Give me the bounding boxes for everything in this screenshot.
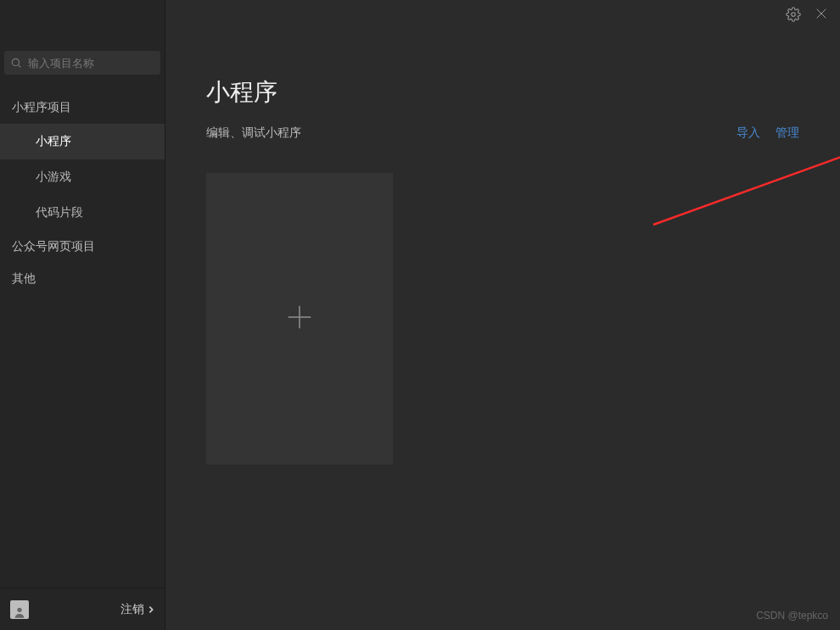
- svg-point-2: [17, 607, 21, 611]
- nav-item-miniprogram[interactable]: 小程序: [0, 124, 165, 159]
- sidebar-footer: 注销: [0, 588, 165, 630]
- project-list: [206, 173, 799, 465]
- svg-point-0: [12, 59, 19, 65]
- nav-item-minigame[interactable]: 小游戏: [0, 159, 165, 195]
- avatar[interactable]: [10, 600, 29, 619]
- titlebar-icons: [786, 7, 828, 22]
- nav-group-other[interactable]: 其他: [0, 263, 165, 295]
- nav-item-snippet[interactable]: 代码片段: [0, 195, 165, 231]
- close-icon[interactable]: [815, 7, 828, 22]
- logout-label: 注销: [120, 602, 144, 617]
- logout-button[interactable]: 注销: [120, 602, 154, 617]
- watermark: CSDN @tepkco: [756, 610, 828, 622]
- manage-link[interactable]: 管理: [776, 125, 799, 141]
- search-input[interactable]: [4, 51, 160, 75]
- svg-line-1: [19, 65, 21, 68]
- content: 小程序 编辑、调试小程序 导入 管理: [165, 0, 840, 465]
- plus-icon: [283, 300, 316, 337]
- sidebar-nav: 小程序项目 小程序 小游戏 代码片段 公众号网页项目 其他: [0, 92, 165, 295]
- import-link[interactable]: 导入: [736, 125, 760, 141]
- new-project-card[interactable]: [206, 173, 393, 465]
- settings-icon[interactable]: [786, 7, 801, 22]
- search-icon: [10, 57, 22, 69]
- search-box: [4, 51, 160, 75]
- chevron-right-icon: [148, 603, 154, 616]
- nav-group-official-account[interactable]: 公众号网页项目: [0, 231, 165, 263]
- action-links: 导入 管理: [736, 125, 799, 141]
- search-wrap: [0, 42, 165, 75]
- nav-group-miniprogram-project[interactable]: 小程序项目: [0, 92, 165, 124]
- page-title: 小程序: [206, 76, 799, 109]
- subtitle-row: 编辑、调试小程序 导入 管理: [206, 125, 799, 141]
- subtitle: 编辑、调试小程序: [206, 125, 301, 141]
- svg-point-3: [792, 13, 796, 17]
- sidebar-top-spacer: [0, 0, 165, 42]
- sidebar: 小程序项目 小程序 小游戏 代码片段 公众号网页项目 其他 注销: [0, 0, 165, 630]
- main-area: 小程序 编辑、调试小程序 导入 管理 CSDN @tepkco: [165, 0, 840, 630]
